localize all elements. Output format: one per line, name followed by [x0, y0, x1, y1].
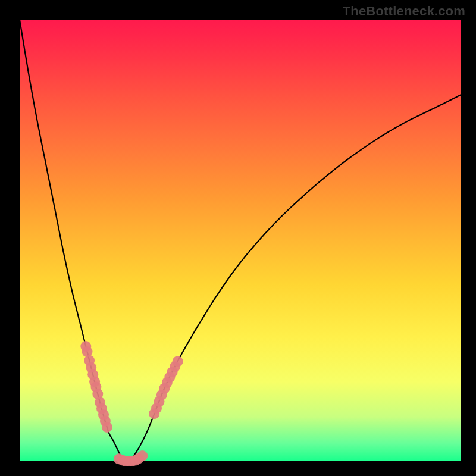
curve-left-group [20, 20, 130, 462]
marker-dot [173, 356, 183, 367]
curve-left [20, 20, 130, 462]
curve-right-group [130, 95, 462, 461]
outer-frame: TheBottleneck.com [0, 0, 476, 476]
marker-cluster-right [149, 356, 183, 419]
curve-right [130, 95, 462, 461]
curves-overlay [0, 0, 476, 476]
marker-dot [102, 422, 112, 433]
marker-dot [137, 450, 148, 461]
marker-cluster-left [80, 341, 112, 433]
watermark-text: TheBottleneck.com [343, 4, 465, 19]
